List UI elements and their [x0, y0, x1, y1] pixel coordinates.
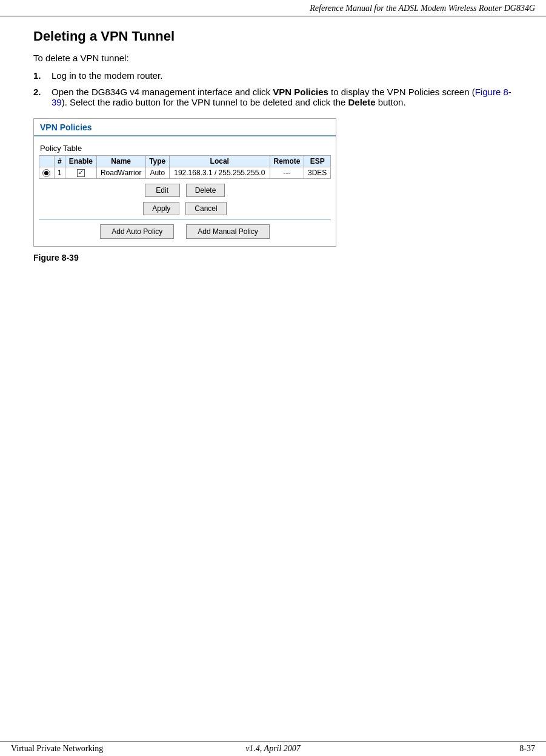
step-2-num: 2.: [33, 87, 52, 107]
col-header-enable: Enable: [65, 156, 96, 167]
row-local: 192.168.3.1 / 255.255.255.0: [169, 167, 270, 179]
col-header-local: Local: [169, 156, 270, 167]
col-header-type: Type: [145, 156, 169, 167]
edit-delete-buttons: Edit Delete: [34, 184, 336, 197]
col-header-num: #: [54, 156, 65, 167]
apply-cancel-buttons: Apply Cancel: [34, 202, 336, 215]
step-2: 2. Open the DG834G v4 management interfa…: [33, 87, 513, 107]
figure-label: Figure 8-39: [33, 253, 513, 263]
table-header-row: # Enable Name Type Local Remote ESP: [39, 156, 331, 167]
row-radio-cell[interactable]: [39, 167, 55, 179]
main-content: Deleting a VPN Tunnel To delete a VPN tu…: [0, 16, 546, 317]
steps-list: 1. Log in to the modem router. 2. Open t…: [33, 70, 513, 107]
step-1-num: 1.: [33, 70, 52, 81]
row-enable[interactable]: [65, 167, 96, 179]
step-2-text-after: to display the VPN Policies screen (: [328, 87, 475, 97]
col-header-select: [39, 156, 55, 167]
step-1: 1. Log in to the modem router.: [33, 70, 513, 81]
intro-text: To delete a VPN tunnel:: [33, 53, 513, 63]
row-name: RoadWarrior: [96, 167, 145, 179]
policy-table-label: Policy Table: [34, 141, 336, 155]
vpn-separator: [34, 136, 336, 136]
step-2-bold-vpn: VPN Policies: [273, 87, 328, 97]
footer-center: v1.4, April 2007: [245, 744, 301, 754]
enable-checkbox[interactable]: [77, 169, 85, 177]
page-header: Reference Manual for the ADSL Modem Wire…: [0, 0, 546, 16]
add-manual-policy-button[interactable]: Add Manual Policy: [186, 224, 269, 239]
page-footer: Virtual Private Networking v1.4, April 2…: [0, 741, 546, 756]
table-row: 1 RoadWarrior Auto 192.168.3.1 / 255.255…: [39, 167, 331, 179]
footer-left: Virtual Private Networking: [11, 744, 103, 754]
row-esp: 3DES: [304, 167, 331, 179]
step-2-text-before: Open the DG834G v4 management interface …: [52, 87, 273, 97]
delete-button[interactable]: Delete: [186, 184, 225, 197]
cancel-button[interactable]: Cancel: [185, 202, 226, 215]
step-2-bold-delete: Delete: [348, 97, 375, 107]
step-2-text-end: ). Select the radio button for the VPN t…: [62, 97, 348, 107]
vpn-policies-box: VPN Policies Policy Table # Enable Name …: [33, 118, 336, 247]
row-num: 1: [54, 167, 65, 179]
col-header-remote: Remote: [270, 156, 304, 167]
add-policy-buttons: Add Auto Policy Add Manual Policy: [34, 224, 336, 239]
policy-table: # Enable Name Type Local Remote ESP 1: [39, 155, 331, 179]
col-header-name: Name: [96, 156, 145, 167]
radio-button[interactable]: [42, 169, 50, 177]
col-header-esp: ESP: [304, 156, 331, 167]
footer-right: 8-37: [519, 744, 535, 754]
row-type: Auto: [145, 167, 169, 179]
step-1-text: Log in to the modem router.: [52, 70, 513, 81]
row-remote: ---: [270, 167, 304, 179]
vpn-title: VPN Policies: [40, 122, 92, 132]
add-auto-policy-button[interactable]: Add Auto Policy: [100, 224, 174, 239]
step-2-text: Open the DG834G v4 management interface …: [52, 87, 513, 107]
step-2-text-final: button.: [376, 97, 406, 107]
vpn-title-bar: VPN Policies: [34, 119, 336, 136]
edit-button[interactable]: Edit: [145, 184, 180, 197]
header-title: Reference Manual for the ADSL Modem Wire…: [310, 4, 535, 13]
bottom-separator: [39, 219, 331, 219]
apply-button[interactable]: Apply: [143, 202, 179, 215]
section-title: Deleting a VPN Tunnel: [33, 28, 513, 44]
